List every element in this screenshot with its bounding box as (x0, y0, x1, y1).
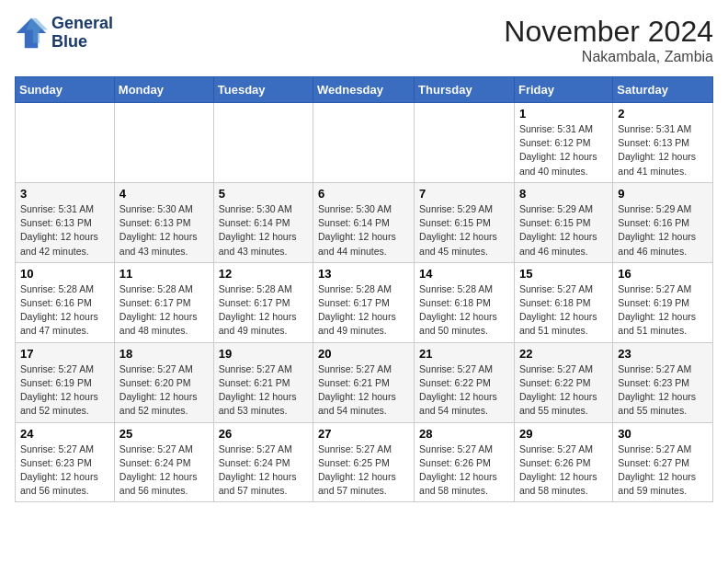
logo-line1: General (51, 15, 113, 33)
calendar-cell: 2Sunrise: 5:31 AMSunset: 6:13 PMDaylight… (613, 103, 713, 183)
calendar-cell: 28Sunrise: 5:27 AMSunset: 6:26 PMDayligh… (415, 422, 515, 502)
calendar-cell: 1Sunrise: 5:31 AMSunset: 6:12 PMDaylight… (514, 103, 612, 183)
calendar-cell: 10Sunrise: 5:28 AMSunset: 6:16 PMDayligh… (16, 262, 115, 342)
day-number: 2 (618, 107, 708, 121)
day-number: 26 (219, 427, 308, 441)
day-number: 3 (20, 187, 109, 201)
logo-line2: Blue (51, 33, 113, 52)
calendar-table: SundayMondayTuesdayWednesdayThursdayFrid… (15, 76, 713, 502)
calendar-cell (213, 103, 313, 183)
header-day: Saturday (613, 77, 713, 103)
calendar-cell: 5Sunrise: 5:30 AMSunset: 6:14 PMDaylight… (213, 182, 313, 262)
day-info: Sunrise: 5:27 AMSunset: 6:27 PMDaylight:… (618, 442, 708, 499)
calendar-cell: 21Sunrise: 5:27 AMSunset: 6:22 PMDayligh… (415, 342, 515, 422)
day-info: Sunrise: 5:27 AMSunset: 6:26 PMDaylight:… (519, 442, 608, 499)
calendar-cell (114, 103, 213, 183)
day-number: 1 (519, 107, 608, 121)
day-number: 12 (219, 267, 308, 281)
day-info: Sunrise: 5:27 AMSunset: 6:23 PMDaylight:… (20, 442, 109, 499)
day-number: 8 (519, 187, 608, 201)
calendar-week-row: 17Sunrise: 5:27 AMSunset: 6:19 PMDayligh… (16, 342, 713, 422)
day-number: 4 (119, 187, 209, 201)
calendar-cell: 12Sunrise: 5:28 AMSunset: 6:17 PMDayligh… (213, 262, 313, 342)
day-info: Sunrise: 5:27 AMSunset: 6:22 PMDaylight:… (419, 362, 509, 419)
day-number: 24 (20, 427, 109, 441)
day-number: 19 (219, 347, 308, 361)
calendar-cell: 11Sunrise: 5:28 AMSunset: 6:17 PMDayligh… (114, 262, 213, 342)
day-number: 17 (20, 347, 109, 361)
calendar-cell: 13Sunrise: 5:28 AMSunset: 6:17 PMDayligh… (313, 262, 415, 342)
day-number: 21 (419, 347, 509, 361)
day-info: Sunrise: 5:27 AMSunset: 6:20 PMDaylight:… (119, 362, 209, 419)
calendar-cell: 30Sunrise: 5:27 AMSunset: 6:27 PMDayligh… (613, 422, 713, 502)
day-number: 27 (318, 427, 409, 441)
day-number: 25 (119, 427, 209, 441)
day-info: Sunrise: 5:28 AMSunset: 6:17 PMDaylight:… (318, 282, 409, 339)
day-info: Sunrise: 5:27 AMSunset: 6:19 PMDaylight:… (618, 282, 708, 339)
header-day: Wednesday (313, 77, 415, 103)
day-info: Sunrise: 5:31 AMSunset: 6:13 PMDaylight:… (20, 202, 109, 259)
calendar-cell: 3Sunrise: 5:31 AMSunset: 6:13 PMDaylight… (16, 182, 115, 262)
day-number: 18 (119, 347, 209, 361)
calendar-cell: 18Sunrise: 5:27 AMSunset: 6:20 PMDayligh… (114, 342, 213, 422)
day-info: Sunrise: 5:29 AMSunset: 6:15 PMDaylight:… (519, 202, 608, 259)
calendar-week-row: 24Sunrise: 5:27 AMSunset: 6:23 PMDayligh… (16, 422, 713, 502)
calendar-cell: 17Sunrise: 5:27 AMSunset: 6:19 PMDayligh… (16, 342, 115, 422)
day-number: 30 (618, 427, 708, 441)
logo-text: General Blue (51, 15, 113, 52)
title-block: November 2024 Nakambala, Zambia (504, 15, 713, 65)
day-number: 6 (318, 187, 409, 201)
calendar-cell: 20Sunrise: 5:27 AMSunset: 6:21 PMDayligh… (313, 342, 415, 422)
calendar-week-row: 3Sunrise: 5:31 AMSunset: 6:13 PMDaylight… (16, 182, 713, 262)
calendar-cell: 15Sunrise: 5:27 AMSunset: 6:18 PMDayligh… (514, 262, 612, 342)
logo-icon (15, 17, 48, 50)
calendar-cell: 29Sunrise: 5:27 AMSunset: 6:26 PMDayligh… (514, 422, 612, 502)
day-info: Sunrise: 5:27 AMSunset: 6:24 PMDaylight:… (119, 442, 209, 499)
calendar-cell: 6Sunrise: 5:30 AMSunset: 6:14 PMDaylight… (313, 182, 415, 262)
calendar-cell (313, 103, 415, 183)
day-info: Sunrise: 5:30 AMSunset: 6:14 PMDaylight:… (318, 202, 409, 259)
day-info: Sunrise: 5:31 AMSunset: 6:13 PMDaylight:… (618, 122, 708, 178)
page-header: General Blue November 2024 Nakambala, Za… (15, 15, 713, 65)
calendar-cell: 26Sunrise: 5:27 AMSunset: 6:24 PMDayligh… (213, 422, 313, 502)
calendar-cell: 19Sunrise: 5:27 AMSunset: 6:21 PMDayligh… (213, 342, 313, 422)
day-info: Sunrise: 5:28 AMSunset: 6:18 PMDaylight:… (419, 282, 509, 339)
day-info: Sunrise: 5:28 AMSunset: 6:17 PMDaylight:… (219, 282, 308, 339)
day-number: 15 (519, 267, 608, 281)
day-number: 11 (119, 267, 209, 281)
day-number: 5 (219, 187, 308, 201)
header-day: Monday (114, 77, 213, 103)
day-number: 20 (318, 347, 409, 361)
day-number: 14 (419, 267, 509, 281)
header-day: Friday (514, 77, 612, 103)
calendar-cell: 27Sunrise: 5:27 AMSunset: 6:25 PMDayligh… (313, 422, 415, 502)
day-number: 16 (618, 267, 708, 281)
header-row: SundayMondayTuesdayWednesdayThursdayFrid… (16, 77, 713, 103)
calendar-cell: 25Sunrise: 5:27 AMSunset: 6:24 PMDayligh… (114, 422, 213, 502)
logo: General Blue (15, 15, 113, 52)
day-info: Sunrise: 5:27 AMSunset: 6:22 PMDaylight:… (519, 362, 608, 419)
calendar-cell (16, 103, 115, 183)
day-info: Sunrise: 5:29 AMSunset: 6:15 PMDaylight:… (419, 202, 509, 259)
calendar-cell (415, 103, 515, 183)
day-info: Sunrise: 5:29 AMSunset: 6:16 PMDaylight:… (618, 202, 708, 259)
day-number: 7 (419, 187, 509, 201)
day-info: Sunrise: 5:27 AMSunset: 6:23 PMDaylight:… (618, 362, 708, 419)
day-info: Sunrise: 5:27 AMSunset: 6:21 PMDaylight:… (219, 362, 308, 419)
day-info: Sunrise: 5:28 AMSunset: 6:17 PMDaylight:… (119, 282, 209, 339)
day-info: Sunrise: 5:27 AMSunset: 6:21 PMDaylight:… (318, 362, 409, 419)
calendar-cell: 7Sunrise: 5:29 AMSunset: 6:15 PMDaylight… (415, 182, 515, 262)
day-number: 9 (618, 187, 708, 201)
calendar-cell: 22Sunrise: 5:27 AMSunset: 6:22 PMDayligh… (514, 342, 612, 422)
day-info: Sunrise: 5:27 AMSunset: 6:24 PMDaylight:… (219, 442, 308, 499)
calendar-cell: 4Sunrise: 5:30 AMSunset: 6:13 PMDaylight… (114, 182, 213, 262)
day-info: Sunrise: 5:30 AMSunset: 6:13 PMDaylight:… (119, 202, 209, 259)
day-info: Sunrise: 5:27 AMSunset: 6:25 PMDaylight:… (318, 442, 409, 499)
location: Nakambala, Zambia (504, 49, 713, 65)
header-day: Tuesday (213, 77, 313, 103)
calendar-cell: 9Sunrise: 5:29 AMSunset: 6:16 PMDaylight… (613, 182, 713, 262)
calendar-cell: 14Sunrise: 5:28 AMSunset: 6:18 PMDayligh… (415, 262, 515, 342)
calendar-cell: 23Sunrise: 5:27 AMSunset: 6:23 PMDayligh… (613, 342, 713, 422)
day-number: 10 (20, 267, 109, 281)
day-info: Sunrise: 5:31 AMSunset: 6:12 PMDaylight:… (519, 122, 608, 178)
